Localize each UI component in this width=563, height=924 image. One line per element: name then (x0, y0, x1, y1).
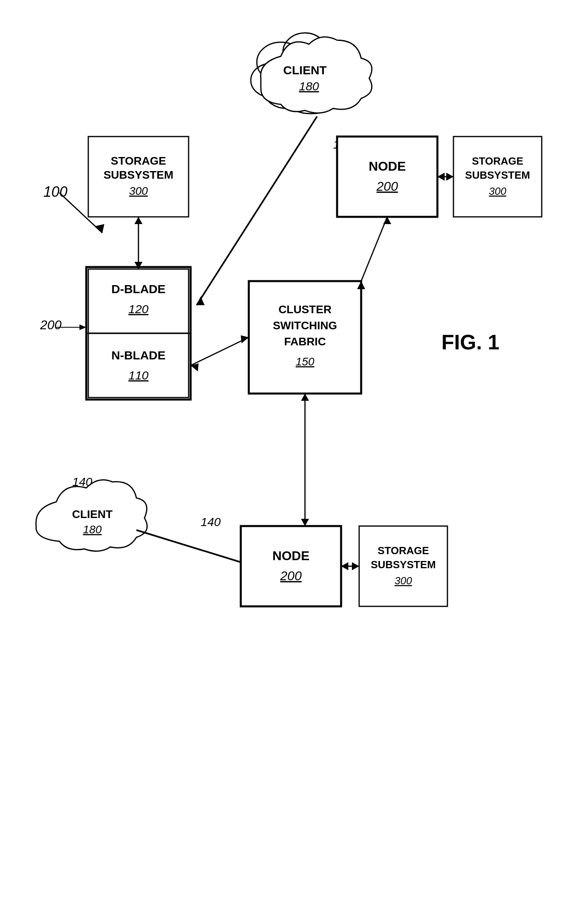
nblade-box: N-BLADE 110 (88, 333, 189, 398)
svg-text:STORAGE: STORAGE (378, 545, 429, 557)
fig-label: FIG. 1 (441, 330, 499, 354)
svg-text:300: 300 (129, 185, 148, 197)
conn140-3-label: 140 (201, 515, 221, 528)
svg-text:200: 200 (376, 179, 398, 194)
svg-text:200: 200 (280, 569, 302, 583)
svg-text:NODE: NODE (369, 159, 406, 173)
svg-text:SUBSYSTEM: SUBSYSTEM (104, 169, 173, 181)
svg-rect-60 (241, 526, 341, 606)
svg-text:NODE: NODE (272, 549, 309, 563)
dblade-box: D-BLADE 120 (88, 269, 189, 333)
svg-text:180: 180 (299, 80, 319, 93)
node1-box: NODE 200 (337, 137, 437, 217)
svg-text:STORAGE: STORAGE (472, 155, 523, 167)
node2-box: NODE 200 (241, 526, 341, 606)
client1-cloud: CLIENT 180 (251, 33, 372, 114)
svg-text:300: 300 (394, 575, 412, 587)
svg-text:SWITCHING: SWITCHING (273, 319, 337, 332)
storage2-box: STORAGE SUBSYSTEM 300 (453, 137, 542, 217)
svg-text:300: 300 (489, 185, 506, 197)
svg-text:SUBSYSTEM: SUBSYSTEM (371, 559, 436, 571)
svg-text:CLIENT: CLIENT (72, 508, 112, 520)
svg-rect-33 (88, 269, 189, 333)
svg-text:N-BLADE: N-BLADE (112, 349, 166, 362)
svg-rect-20 (337, 137, 437, 217)
svg-text:CLUSTER: CLUSTER (278, 303, 331, 316)
svg-text:180: 180 (83, 523, 102, 536)
diagram-container: 100 CLIENT 180 140 STORAGE SUBSYSTEM 300… (0, 0, 563, 924)
svg-text:D-BLADE: D-BLADE (112, 282, 166, 296)
svg-text:STORAGE: STORAGE (111, 155, 166, 167)
svg-text:150: 150 (296, 355, 315, 368)
svg-text:SUBSYSTEM: SUBSYSTEM (465, 169, 530, 181)
storage1-box: STORAGE SUBSYSTEM 300 (88, 137, 189, 217)
svg-text:CLIENT: CLIENT (283, 63, 327, 77)
storage3-box: STORAGE SUBSYSTEM 300 (359, 526, 447, 606)
svg-text:120: 120 (128, 302, 148, 316)
svg-text:110: 110 (128, 369, 148, 382)
conn140-2-label: 140 (72, 475, 92, 488)
svg-rect-36 (88, 333, 189, 398)
cluster-box: CLUSTER SWITCHING FABRIC 150 (249, 281, 361, 394)
svg-text:FABRIC: FABRIC (284, 335, 326, 348)
node-ref-200: 200 (40, 318, 62, 332)
